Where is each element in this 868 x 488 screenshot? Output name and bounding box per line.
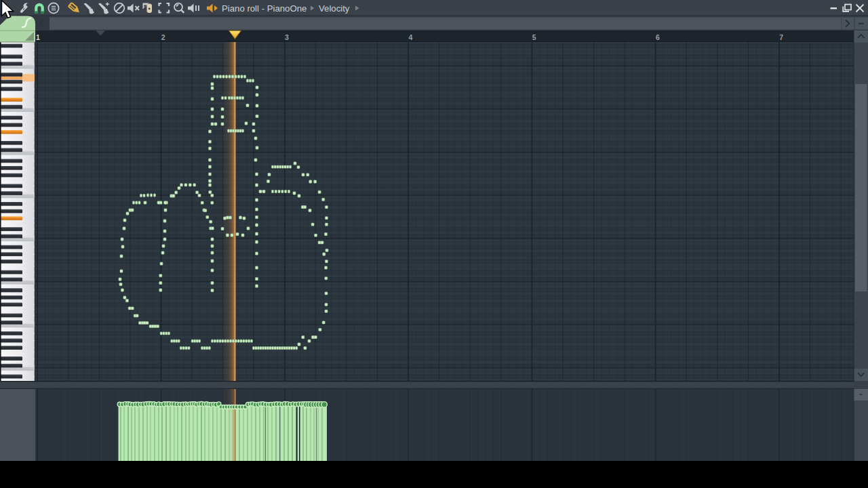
- svg-text:5: 5: [532, 33, 536, 41]
- svg-text:Velocity: Velocity: [319, 3, 350, 14]
- svg-text:6: 6: [656, 33, 660, 41]
- svg-text:1: 1: [36, 33, 40, 41]
- svg-text:7: 7: [779, 33, 783, 41]
- svg-text:Piano roll - PianoOne: Piano roll - PianoOne: [222, 3, 307, 14]
- svg-text:3: 3: [285, 33, 289, 41]
- svg-text:2: 2: [161, 33, 165, 41]
- svg-text:4: 4: [408, 33, 412, 41]
